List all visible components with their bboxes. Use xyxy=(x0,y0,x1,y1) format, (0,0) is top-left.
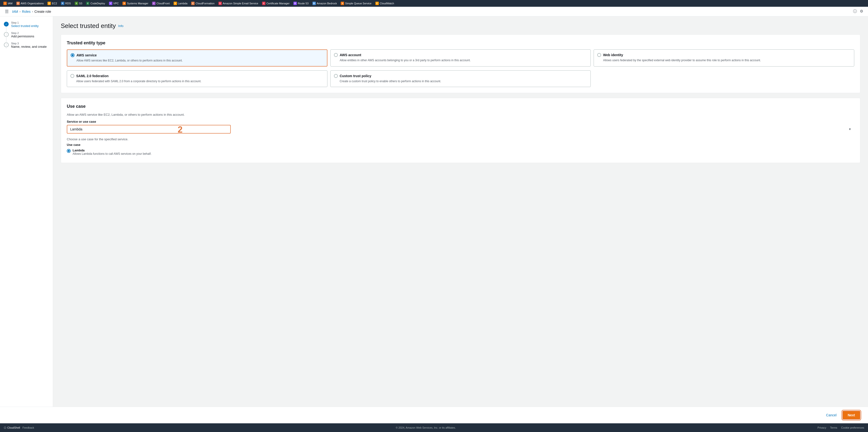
step-1-labels: Step 1 Select trusted entity xyxy=(11,21,38,28)
nav-item-rds[interactable]: R RDS xyxy=(60,1,72,5)
nav-item-systems-manager[interactable]: S Systems Manager xyxy=(121,1,150,5)
nav-label-sqs: Simple Queue Service xyxy=(345,2,371,5)
nav-item-lambda[interactable]: λ Lambda xyxy=(172,1,189,5)
nav-label-codedeploy: CodeDeploy xyxy=(90,2,105,5)
option-web-identity[interactable]: Web identity Allows users federated by t… xyxy=(594,50,854,66)
step-2-item: Step 2 Add permissions xyxy=(4,32,49,38)
action-bar: 3 Cancel Next xyxy=(0,407,868,423)
option-web-identity-header: Web identity xyxy=(597,53,850,57)
step-2-name: Add permissions xyxy=(11,34,34,38)
nav-item-bedrock[interactable]: B Amazon Bedrock xyxy=(311,1,339,5)
nav-item-iam[interactable]: I IAM xyxy=(2,1,14,5)
radio-lambda-use-case[interactable] xyxy=(67,149,71,153)
step-3-item: Step 3 Name, review, and create xyxy=(4,42,49,49)
trusted-entity-title: Trusted entity type xyxy=(67,40,854,45)
nav-item-cloudfront[interactable]: C CloudFront xyxy=(151,1,171,5)
nav-label-iam: IAM xyxy=(8,2,12,5)
annotation-2: 2 xyxy=(178,125,183,135)
cloudshell-icon: ⬡ xyxy=(4,426,6,429)
next-button[interactable]: Next xyxy=(842,411,860,420)
nav-item-cloudwatch[interactable]: C CloudWatch xyxy=(374,1,396,5)
bottom-bar-links: Privacy Terms Cookie preferences xyxy=(817,426,864,429)
ses-icon: S xyxy=(218,2,222,5)
terms-link[interactable]: Terms xyxy=(830,426,837,429)
vpc-icon: V xyxy=(109,2,112,5)
info-circle-icon[interactable]: ⓘ xyxy=(853,9,857,14)
option-saml[interactable]: SAML 2.0 federation Allow users federate… xyxy=(67,70,328,87)
privacy-link[interactable]: Privacy xyxy=(817,426,826,429)
settings-icon[interactable]: ⚙ xyxy=(860,9,863,14)
organizations-icon: O xyxy=(17,2,20,5)
nav-label-lambda: Lambda xyxy=(178,2,188,5)
steps-sidebar: ✓ Step 1 Select trusted entity Step 2 Ad… xyxy=(0,17,53,407)
breadcrumb-current: Create role xyxy=(34,10,51,13)
use-case-group-label: Use case xyxy=(67,143,854,147)
cloudwatch-icon: C xyxy=(375,2,379,5)
breadcrumb-iam[interactable]: IAM xyxy=(12,10,18,13)
codedeploy-icon: C xyxy=(86,2,89,5)
cookie-preferences-link[interactable]: Cookie preferences xyxy=(841,426,864,429)
step-1-name[interactable]: Select trusted entity xyxy=(11,24,38,28)
info-link[interactable]: Info xyxy=(118,24,123,28)
breadcrumb-roles[interactable]: Roles xyxy=(22,10,31,13)
breadcrumb-sep-2: › xyxy=(32,10,33,13)
nav-item-codedeploy[interactable]: C CodeDeploy xyxy=(85,1,106,5)
nav-label-cloudfront: CloudFront xyxy=(156,2,169,5)
use-case-choose-label: Choose a use case for the specified serv… xyxy=(67,137,854,141)
use-case-title: Use case xyxy=(67,104,854,109)
nav-item-s3[interactable]: S S3 xyxy=(73,1,84,5)
radio-custom-trust[interactable] xyxy=(334,74,338,78)
step-1-circle: ✓ xyxy=(4,22,9,27)
nav-item-ec2[interactable]: E EC2 xyxy=(46,1,58,5)
select-arrow-icon: ▼ xyxy=(848,127,851,131)
feedback-button[interactable]: Feedback xyxy=(23,426,34,429)
use-case-lambda-desc: Allows Lambda functions to call AWS serv… xyxy=(72,152,151,155)
nav-item-organizations[interactable]: O AWS Organizations xyxy=(15,1,45,5)
option-web-identity-title: Web identity xyxy=(603,53,623,57)
top-navigation: I IAM O AWS Organizations E EC2 R RDS S … xyxy=(0,0,868,7)
breadcrumb-sep-1: › xyxy=(20,10,21,13)
bottom-bar-left: ⬡ CloudShell Feedback xyxy=(4,426,34,429)
radio-aws-account[interactable] xyxy=(334,53,338,57)
page-header: Select trusted entity Info xyxy=(61,22,860,30)
step-1-number: Step 1 xyxy=(11,21,38,24)
main-content: Select trusted entity Info 1 Trusted ent… xyxy=(53,17,868,407)
use-case-section: Use case Allow an AWS service like EC2, … xyxy=(61,98,860,163)
menu-icon[interactable]: ☰ xyxy=(5,9,9,14)
route53-icon: R xyxy=(293,2,297,5)
nav-label-s3: S3 xyxy=(79,2,82,5)
radio-web-identity[interactable] xyxy=(597,53,601,57)
option-aws-account[interactable]: AWS account Allow entities in other AWS … xyxy=(330,50,591,66)
nav-label-cloudwatch: CloudWatch xyxy=(380,2,394,5)
nav-label-ec2: EC2 xyxy=(52,2,57,5)
option-custom-trust-title: Custom trust policy xyxy=(340,74,371,78)
option-custom-trust[interactable]: Custom trust policy Create a custom trus… xyxy=(330,70,591,87)
nav-item-route53[interactable]: R Route 53 xyxy=(292,1,310,5)
cancel-button[interactable]: Cancel xyxy=(823,411,840,419)
nav-label-certificate-manager: Certificate Manager xyxy=(267,2,289,5)
radio-saml[interactable] xyxy=(70,74,74,78)
nav-item-certificate-manager[interactable]: C Certificate Manager xyxy=(261,1,291,5)
nav-item-cloudformation[interactable]: C CloudFormation xyxy=(190,1,216,5)
option-aws-service[interactable]: AWS service Allow AWS services like EC2,… xyxy=(67,50,328,66)
lambda-icon: λ xyxy=(174,2,177,5)
option-aws-account-header: AWS account xyxy=(334,53,587,57)
option-aws-service-title: AWS service xyxy=(76,53,97,57)
service-use-case-label: Service or use case xyxy=(67,120,854,123)
nav-item-ses[interactable]: S Amazon Simple Email Service xyxy=(217,1,260,5)
nav-item-vpc[interactable]: V VPC xyxy=(107,1,120,5)
cloudshell-label: CloudShell xyxy=(7,426,20,429)
trusted-entity-options-row1: AWS service Allow AWS services like EC2,… xyxy=(67,50,854,66)
use-case-lambda-option[interactable]: Lambda Allows Lambda functions to call A… xyxy=(67,149,854,155)
use-case-lambda-text: Lambda Allows Lambda functions to call A… xyxy=(72,149,151,155)
cloudshell-button[interactable]: ⬡ CloudShell xyxy=(4,426,20,429)
nav-item-sqs[interactable]: S Simple Queue Service xyxy=(339,1,373,5)
nav-label-ses: Amazon Simple Email Service xyxy=(223,2,258,5)
nav-label-vpc: VPC xyxy=(113,2,119,5)
s3-icon: S xyxy=(75,2,78,5)
use-case-lambda-title: Lambda xyxy=(72,149,151,152)
radio-aws-service[interactable] xyxy=(71,53,74,57)
cloudfront-icon: C xyxy=(152,2,156,5)
option-custom-trust-header: Custom trust policy xyxy=(334,74,587,78)
service-use-case-select[interactable]: Lambda EC2 S3 RDS ECS EKS API Gateway xyxy=(67,125,231,133)
